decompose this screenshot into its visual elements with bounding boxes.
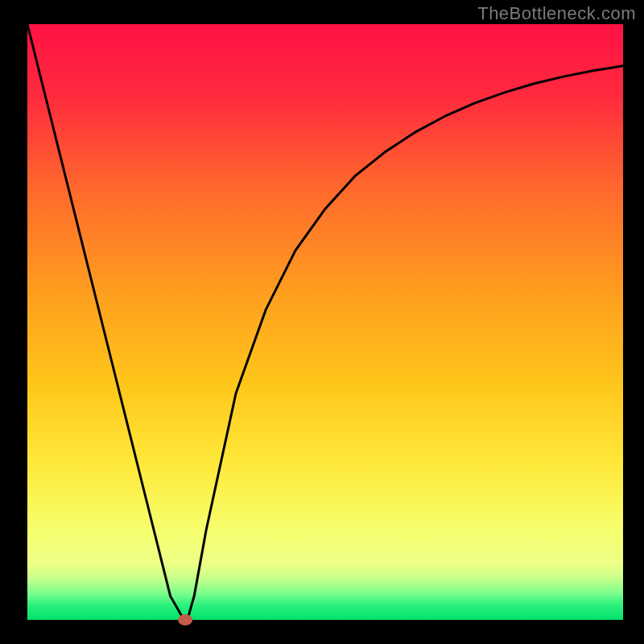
bottleneck-chart: TheBottleneck.com (0, 0, 644, 644)
optimal-point-marker (178, 614, 192, 625)
chart-svg (0, 0, 644, 644)
watermark-text: TheBottleneck.com (477, 3, 636, 24)
plot-background (27, 24, 623, 620)
